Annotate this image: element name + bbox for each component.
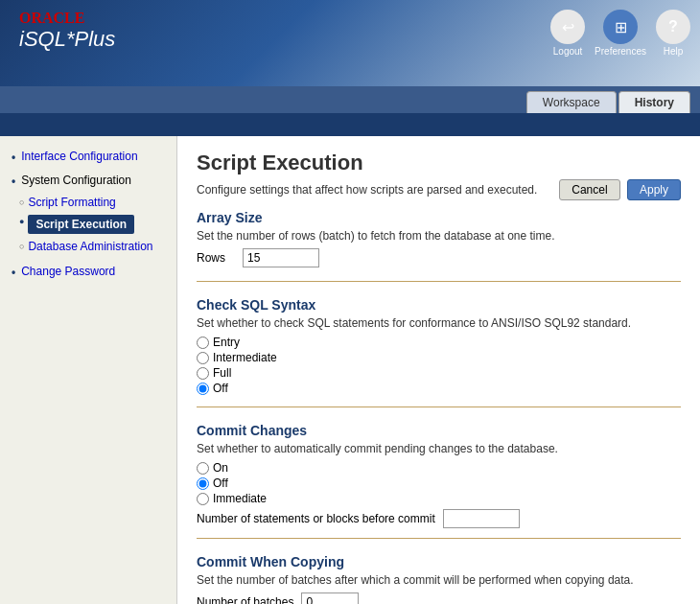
radio-commit-on-input[interactable]: [197, 462, 209, 475]
array-size-title: Array Size: [197, 210, 681, 225]
preferences-icon: ⊞: [615, 18, 627, 36]
radio-commit-immediate-label: Immediate: [213, 492, 267, 505]
sidebar-item-interface-config: • Interface Configuration: [0, 146, 176, 168]
batches-input[interactable]: [301, 592, 359, 604]
radio-off: Off: [197, 382, 681, 395]
db-admin-link[interactable]: Database Administration: [28, 240, 152, 253]
content-area: Script Execution Configure settings that…: [177, 136, 700, 604]
radio-full-input[interactable]: [197, 367, 209, 380]
action-buttons: Cancel Apply: [559, 179, 681, 200]
radio-intermediate: Intermediate: [197, 351, 681, 364]
preferences-label: Preferences: [595, 46, 646, 57]
main-layout: • Interface Configuration • System Confi…: [0, 136, 700, 604]
help-icon: ?: [668, 18, 678, 35]
radio-commit-off-label: Off: [213, 476, 228, 490]
help-icon-item[interactable]: ? Help: [656, 10, 690, 57]
help-icon-circle: ?: [656, 10, 690, 44]
radio-off-label: Off: [213, 382, 228, 395]
section-array-size: Array Size Set the number of rows (batch…: [197, 210, 681, 282]
radio-commit-on: On: [197, 461, 681, 475]
commit-input-row: Number of statements or blocks before co…: [197, 509, 681, 528]
bullet-icon: ●: [19, 217, 24, 226]
radio-full: Full: [197, 366, 681, 380]
sidebar-child-db-admin: ○ Database Administration: [19, 238, 176, 255]
radio-commit-off-input[interactable]: [197, 477, 209, 490]
radio-entry: Entry: [197, 336, 681, 349]
preferences-icon-circle: ⊞: [603, 10, 638, 44]
section-commit-copying: Commit When Copying Set the number of ba…: [197, 554, 681, 604]
script-formatting-link[interactable]: Script Formatting: [28, 196, 115, 209]
app-name: iSQL*Plus: [19, 27, 115, 52]
radio-commit-immediate-input[interactable]: [197, 493, 209, 505]
batches-form-row: Number of batches: [197, 592, 681, 604]
radio-off-input[interactable]: [197, 383, 209, 395]
radio-commit-on-label: On: [213, 461, 228, 475]
commit-changes-desc: Set whether to automatically commit pend…: [197, 442, 681, 455]
help-label: Help: [664, 46, 684, 57]
logout-icon-circle: ↩: [550, 10, 585, 44]
bullet-icon: ○: [19, 242, 24, 251]
oracle-text: ORACLE: [19, 10, 115, 27]
header-icons: ↩ Logout ⊞ Preferences ? Help: [550, 10, 690, 57]
interface-config-link[interactable]: Interface Configuration: [21, 150, 137, 163]
radio-entry-label: Entry: [213, 336, 240, 349]
sidebar-child-script-execution: ● Script Execution: [19, 213, 176, 236]
sidebar-item-change-password: • Change Password: [0, 261, 176, 283]
preferences-icon-item[interactable]: ⊞ Preferences: [595, 10, 646, 57]
sidebar: • Interface Configuration • System Confi…: [0, 136, 177, 604]
cancel-button[interactable]: Cancel: [559, 179, 619, 200]
radio-commit-immediate: Immediate: [197, 492, 681, 505]
radio-intermediate-label: Intermediate: [213, 351, 277, 364]
blue-banner: [0, 113, 700, 136]
sidebar-child-script-formatting: ○ Script Formatting: [19, 194, 176, 211]
bullet-icon: •: [12, 266, 15, 279]
logout-icon-item[interactable]: ↩ Logout: [550, 10, 585, 57]
radio-intermediate-input[interactable]: [197, 352, 209, 364]
radio-full-label: Full: [213, 366, 231, 380]
commit-copying-desc: Set the number of batches after which a …: [197, 573, 681, 587]
system-config-label: System Configuration: [21, 174, 131, 187]
check-sql-title: Check SQL Syntax: [197, 297, 681, 313]
sidebar-children-system-config: ○ Script Formatting ● Script Execution ○…: [0, 194, 176, 255]
apply-button[interactable]: Apply: [627, 179, 681, 200]
commit-input[interactable]: [443, 509, 520, 528]
batches-label: Number of batches: [197, 595, 293, 604]
tab-bar: Workspace History: [0, 86, 700, 113]
check-sql-desc: Set whether to check SQL statements for …: [197, 316, 681, 330]
app-header: ORACLE iSQL*Plus ↩ Logout ⊞ Preferences …: [0, 0, 700, 86]
bullet-icon: •: [12, 151, 15, 164]
page-title: Script Execution: [197, 151, 681, 175]
radio-commit-off: Off: [197, 476, 681, 490]
page-subtitle: Configure settings that affect how scrip…: [197, 179, 681, 200]
bullet-icon: ○: [19, 197, 24, 207]
commit-changes-title: Commit Changes: [197, 423, 681, 438]
script-execution-active: Script Execution: [28, 215, 134, 234]
logout-icon: ↩: [562, 18, 574, 36]
radio-entry-input[interactable]: [197, 337, 209, 349]
sidebar-item-system-config: • System Configuration: [0, 170, 176, 192]
section-check-sql: Check SQL Syntax Set whether to check SQ…: [197, 297, 681, 407]
oracle-logo: ORACLE iSQL*Plus: [19, 10, 115, 52]
rows-label: Rows: [197, 251, 235, 265]
array-size-desc: Set the number of rows (batch) to fetch …: [197, 229, 681, 243]
tab-history[interactable]: History: [618, 91, 690, 113]
rows-input[interactable]: [243, 248, 319, 267]
array-size-form-row: Rows: [197, 248, 681, 267]
commit-copying-title: Commit When Copying: [197, 554, 681, 569]
bullet-icon: •: [12, 174, 15, 188]
section-commit-changes: Commit Changes Set whether to automatica…: [197, 423, 681, 539]
logout-label: Logout: [553, 46, 583, 57]
change-password-link[interactable]: Change Password: [21, 265, 115, 278]
subtitle-text: Configure settings that affect how scrip…: [197, 183, 537, 197]
commit-input-label: Number of statements or blocks before co…: [197, 512, 435, 525]
tab-workspace[interactable]: Workspace: [526, 91, 617, 113]
